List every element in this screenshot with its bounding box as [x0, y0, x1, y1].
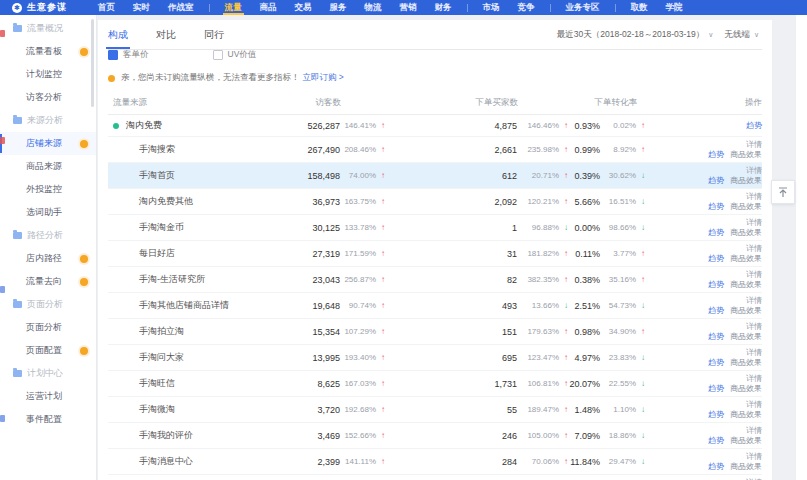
trend-link[interactable]: 趋势 [708, 384, 724, 394]
detail-link[interactable]: 详情 [746, 374, 762, 384]
item-effect-link[interactable]: 商品效果 [730, 462, 762, 472]
nav-item-6[interactable]: 服务 [321, 0, 356, 15]
detail-link[interactable]: 详情 [746, 296, 762, 306]
nav-item-7[interactable]: 物流 [356, 0, 391, 15]
sidebar-item-3[interactable]: 访客分析 [0, 86, 96, 109]
sidebar-item-13[interactable]: 页面分析 [0, 316, 96, 339]
table-row[interactable]: 手淘首页158,49874.00%↑61220.71%↑0.39%30.62%↓… [108, 163, 762, 189]
page-scrollbar-track[interactable] [796, 15, 807, 480]
detail-link[interactable]: 详情 [746, 166, 762, 176]
item-effect-link[interactable]: 商品效果 [730, 332, 762, 342]
nav-item-11[interactable]: 竞争 [509, 0, 544, 15]
trend-link[interactable]: 趋势 [708, 150, 724, 160]
sidebar-item-11[interactable]: 流量去向 [0, 270, 96, 293]
item-effect-link[interactable]: 商品效果 [730, 176, 762, 186]
item-effect-link[interactable]: 商品效果 [730, 228, 762, 238]
back-to-top-button[interactable] [771, 180, 795, 204]
trend-link[interactable]: 趋势 [708, 228, 724, 238]
metric-value: 1 [385, 223, 517, 233]
nav-item-1[interactable]: 实时 [124, 0, 159, 15]
item-effect-link[interactable]: 商品效果 [730, 202, 762, 212]
table-row[interactable]: 手淘搜索267,490208.46%↑2,661235.98%↑0.99%8.9… [108, 137, 762, 163]
trend-link[interactable]: 趋势 [708, 462, 724, 472]
table-row[interactable]: 手淘其他店铺1,826111.10%↑3930.00%↑2.14%38.42%↓… [108, 475, 762, 480]
nav-item-2[interactable]: 作战室 [159, 0, 203, 15]
nav-item-5[interactable]: 交易 [286, 0, 321, 15]
trend-link[interactable]: 趋势 [708, 176, 724, 186]
table-row[interactable]: 手淘我的评价3,469152.66%↑246105.00%↑7.09%18.86… [108, 423, 762, 449]
item-effect-link[interactable]: 商品效果 [730, 358, 762, 368]
item-effect-link[interactable]: 商品效果 [730, 306, 762, 316]
metric-checkbox-1[interactable]: UV价值 [213, 50, 257, 61]
nav-item-13[interactable]: 取数 [622, 0, 657, 15]
detail-link[interactable]: 详情 [746, 244, 762, 254]
item-effect-link[interactable]: 商品效果 [730, 410, 762, 420]
nav-item-8[interactable]: 营销 [391, 0, 426, 15]
app-logo[interactable]: ✱ 生意参谋 [12, 1, 67, 14]
item-effect-link[interactable]: 商品效果 [730, 254, 762, 264]
sidebar-item-2[interactable]: 计划监控 [0, 63, 96, 86]
detail-link[interactable]: 详情 [746, 270, 762, 280]
metric-value: 1,731 [385, 379, 517, 389]
trend-link[interactable]: 趋势 [708, 358, 724, 368]
tab-1[interactable]: 对比 [156, 20, 176, 49]
trend-link[interactable]: 趋势 [708, 254, 724, 264]
trend-link[interactable]: 趋势 [708, 436, 724, 446]
nav-item-12[interactable]: 业务专区 [557, 0, 609, 15]
trend-link[interactable]: 趋势 [708, 202, 724, 212]
tab-2[interactable]: 同行 [204, 20, 224, 49]
sidebar-item-6[interactable]: 商品来源 [0, 155, 96, 178]
trend-link[interactable]: 趋势 [708, 280, 724, 290]
sidebar-item-16[interactable]: 运营计划 [0, 385, 96, 408]
tab-0[interactable]: 构成 [108, 20, 128, 49]
nav-item-3[interactable]: 流量 [216, 0, 251, 15]
table-row[interactable]: 每日好店27,319171.59%↑31181.82%↑0.11%3.77%↑详… [108, 241, 762, 267]
detail-link[interactable]: 详情 [746, 400, 762, 410]
table-row[interactable]: 手淘微淘3,720192.68%↑55189.47%↑1.48%1.10%↓详情… [108, 397, 762, 423]
detail-link[interactable]: 详情 [746, 140, 762, 150]
nav-item-14[interactable]: 学院 [657, 0, 692, 15]
table-row[interactable]: 淘内免费其他36,973163.75%↑2,092120.21%↑5.66%16… [108, 189, 762, 215]
table-row[interactable]: 手淘-生活研究所23,043256.87%↑82382.35%↑0.38%35.… [108, 267, 762, 293]
actions-line: 趋势商品效果 [708, 358, 762, 368]
trend-link[interactable]: 趋势 [708, 410, 724, 420]
table-row[interactable]: 手淘消息中心2,399141.11%↑28470.06%↑11.84%29.47… [108, 449, 762, 475]
item-effect-link[interactable]: 商品效果 [730, 150, 762, 160]
table-row[interactable]: 淘内免费526,287146.41%↑4,875146.46%↑0.93%0.0… [108, 115, 762, 137]
nav-item-9[interactable]: 财务 [426, 0, 461, 15]
sidebar-item-7[interactable]: 外投监控 [0, 178, 96, 201]
detail-link[interactable]: 详情 [746, 192, 762, 202]
trend-link[interactable]: 趋势 [708, 306, 724, 316]
table-row[interactable]: 手淘拍立淘15,354107.29%↑151179.63%↑0.98%34.90… [108, 319, 762, 345]
sidebar-item-17[interactable]: 事件配置 [0, 408, 96, 431]
detail-link[interactable]: 详情 [746, 322, 762, 332]
table-row[interactable]: 手淘问大家13,995193.40%↑695123.47%↑4.97%23.83… [108, 345, 762, 371]
metric-change: 70.06% [517, 457, 559, 466]
sidebar-item-5[interactable]: 店铺来源 [0, 132, 96, 155]
sidebar-item-10[interactable]: 店内路径 [0, 247, 96, 270]
sidebar-scrollbar[interactable] [91, 19, 94, 107]
detail-link[interactable]: 详情 [746, 426, 762, 436]
nav-item-0[interactable]: 首页 [89, 0, 124, 15]
trend-link[interactable]: 趋势 [746, 121, 762, 131]
table-row[interactable]: 手淘旺信8,625167.03%↑1,731106.81%↑20.07%22.5… [108, 371, 762, 397]
sidebar-item-1[interactable]: 流量看板 [0, 40, 96, 63]
nav-item-4[interactable]: 商品 [251, 0, 286, 15]
date-filter[interactable]: 最近30天（2018-02-18～2018-03-19） ∨ 无线端 ∨ [557, 29, 762, 41]
item-effect-link[interactable]: 商品效果 [730, 384, 762, 394]
detail-link[interactable]: 详情 [746, 218, 762, 228]
trend-link[interactable]: 趋势 [708, 332, 724, 342]
sidebar-item-8[interactable]: 选词助手 [0, 201, 96, 224]
item-effect-link[interactable]: 商品效果 [730, 280, 762, 290]
table-row[interactable]: 手淘淘金币30,125133.78%↑196.88%↓0.00%98.66%↓详… [108, 215, 762, 241]
sidebar-item-14[interactable]: 页面配置 [0, 339, 96, 362]
notification-dot-icon [80, 347, 88, 355]
up-arrow-icon: ↑ [376, 379, 385, 388]
subscribe-link[interactable]: 立即订购 > [303, 72, 344, 84]
table-row[interactable]: 手淘其他店铺商品详情19,64890.74%↑49313.66%↓2.51%54… [108, 293, 762, 319]
nav-item-10[interactable]: 市场 [474, 0, 509, 15]
item-effect-link[interactable]: 商品效果 [730, 436, 762, 446]
detail-link[interactable]: 详情 [746, 452, 762, 462]
detail-link[interactable]: 详情 [746, 348, 762, 358]
metric-checkbox-0[interactable]: 客单价 [108, 50, 149, 61]
